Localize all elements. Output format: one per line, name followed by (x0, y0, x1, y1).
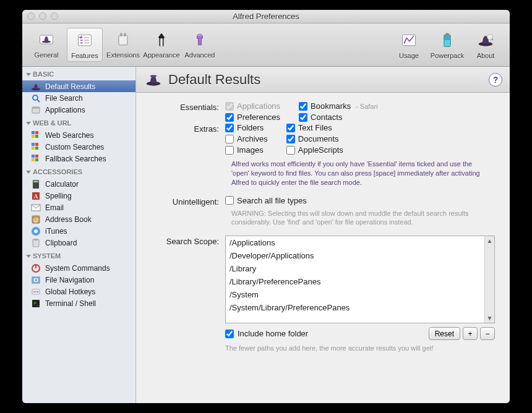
svg-text:A: A (33, 193, 38, 200)
sidebar-header[interactable]: BASIC (22, 68, 135, 80)
check-contacts[interactable]: Contacts (299, 113, 378, 122)
toolbar-powerpack[interactable]: Powerpack (429, 28, 465, 61)
scope-path[interactable]: /System (226, 288, 484, 301)
sidebar-item-spelling[interactable]: ASpelling (22, 190, 135, 202)
about-icon (476, 30, 496, 50)
checkbox-applescripts[interactable] (286, 146, 295, 155)
check-bookmarks[interactable]: Bookmarks- Safari (299, 101, 378, 111)
svg-rect-26 (35, 147, 38, 150)
checkbox-archives[interactable] (225, 135, 234, 143)
reset-button[interactable]: Reset (429, 327, 460, 340)
svg-rect-18 (32, 107, 40, 109)
help-button[interactable]: ? (489, 73, 502, 87)
add-path-button[interactable]: + (463, 327, 478, 340)
svg-rect-24 (35, 143, 38, 146)
scope-path[interactable]: /Applications (226, 236, 484, 249)
svg-rect-19 (32, 131, 35, 134)
scope-hint: The fewer paths you add here, the more a… (225, 344, 495, 353)
checkbox-contacts[interactable] (299, 113, 307, 122)
toolbar-extensions[interactable]: Extensions (105, 28, 141, 62)
check-label: Text Files (298, 123, 332, 132)
sidebar-header[interactable]: WEB & URL (22, 117, 135, 129)
sidebar-item-label: System Commands (45, 264, 110, 273)
file-search-icon (31, 93, 41, 103)
sidebar-item-file-search[interactable]: File Search (22, 92, 135, 104)
hat-icon (144, 70, 163, 90)
scroll-down-icon[interactable]: ▼ (487, 315, 493, 321)
sidebar-item-clipboard[interactable]: Clipboard (22, 237, 135, 249)
sidebar-item-custom-searches[interactable]: Custom Searches (22, 141, 135, 153)
sidebar-item-label: Fallback Searches (45, 155, 106, 163)
powerpack-icon (437, 30, 457, 50)
sidebar-item-email[interactable]: Email (22, 202, 135, 213)
checkbox-text-files[interactable] (286, 124, 295, 132)
checkbox-search-all[interactable] (225, 196, 234, 205)
svg-rect-10 (445, 40, 450, 46)
sidebar-item-global-hotkeys[interactable]: Global Hotkeys (22, 286, 135, 297)
close-icon[interactable] (27, 12, 35, 20)
include-home-label[interactable]: Include home folder (238, 329, 308, 338)
remove-path-button[interactable]: − (480, 327, 495, 340)
toolbar-label: Features (71, 52, 98, 59)
toolbar-about[interactable]: About (468, 28, 504, 61)
svg-rect-27 (32, 155, 35, 158)
toolbar-features[interactable]: Features (67, 28, 103, 62)
check-applescripts[interactable]: AppleScripts (286, 145, 343, 155)
check-label: Archives (237, 134, 268, 143)
info-text: Alfred works most efficiently if you onl… (231, 160, 495, 187)
toolbar-label: Extensions (106, 51, 140, 59)
svg-rect-9 (445, 33, 448, 36)
check-text-files[interactable]: Text Files (286, 123, 343, 132)
scope-path[interactable]: /Developer/Applications (226, 249, 484, 262)
svg-rect-28 (35, 155, 38, 158)
check-documents[interactable]: Documents (286, 134, 343, 143)
sidebar-item-terminal-shell[interactable]: >_Terminal / Shell (22, 297, 135, 309)
scope-list[interactable]: /Applications/Developer/Applications/Lib… (225, 236, 495, 323)
minimize-icon[interactable] (39, 12, 46, 20)
web-searches-icon (31, 130, 41, 140)
check-preferences[interactable]: Preferences (225, 113, 280, 122)
toolbar-label: Advanced (185, 51, 215, 59)
sidebar-item-calculator[interactable]: Calculator (22, 178, 135, 190)
sidebar-header[interactable]: SYSTEM (22, 250, 135, 262)
label-essentials: Essentials: (151, 101, 225, 122)
checkbox-images[interactable] (225, 146, 234, 155)
toolbar-usage[interactable]: Usage (391, 28, 427, 61)
sidebar-item-fallback-searches[interactable]: Fallback Searches (22, 153, 135, 164)
terminal-shell-icon: >_ (31, 299, 41, 309)
scope-path[interactable]: /Library/PreferencePanes (226, 275, 484, 288)
check-search-all[interactable]: Search all file types (225, 196, 495, 205)
sidebar-item-address-book[interactable]: @Address Book (22, 213, 135, 225)
sidebar-item-system-commands[interactable]: System Commands (22, 262, 135, 274)
scope-path[interactable]: /System/Library/PreferencePanes (226, 301, 484, 314)
scope-path[interactable]: /Library (226, 262, 484, 275)
sidebar-item-default-results[interactable]: Default Results (22, 80, 135, 92)
checkbox-preferences[interactable] (225, 113, 234, 122)
svg-point-15 (33, 95, 38, 100)
check-images[interactable]: Images (225, 145, 268, 155)
scrollbar[interactable]: ▲ ▼ (484, 236, 494, 323)
spelling-icon: A (31, 191, 41, 201)
sidebar-item-web-searches[interactable]: Web Searches (22, 129, 135, 141)
zoom-icon[interactable] (51, 12, 58, 20)
include-home-checkbox[interactable] (225, 330, 234, 338)
content: BASICDefault ResultsFile SearchApplicati… (22, 67, 510, 403)
sidebar-item-label: File Search (45, 94, 83, 103)
checkbox-bookmarks[interactable] (299, 102, 307, 111)
toolbar-general[interactable]: General (28, 28, 64, 62)
checkbox-documents[interactable] (286, 135, 295, 143)
sidebar-item-file-navigation[interactable]: File Navigation (22, 274, 135, 286)
check-folders[interactable]: Folders (225, 123, 268, 132)
check-archives[interactable]: Archives (225, 134, 268, 143)
toolbar-advanced[interactable]: Advanced (182, 28, 218, 62)
toolbar-appearance[interactable]: Appearance (144, 28, 179, 62)
global-hotkeys-icon (31, 287, 41, 297)
sidebar-item-label: iTunes (45, 227, 67, 236)
sidebar-item-applications[interactable]: Applications (22, 104, 135, 116)
sidebar-item-itunes[interactable]: iTunes (22, 225, 135, 237)
scroll-up-icon[interactable]: ▲ (487, 237, 493, 244)
sidebar-header[interactable]: ACCESSORIES (22, 166, 135, 178)
sidebar-item-label: Web Searches (45, 131, 94, 140)
row-unintelligent: Unintelligent: Search all file types (151, 196, 495, 206)
checkbox-folders[interactable] (225, 124, 234, 132)
